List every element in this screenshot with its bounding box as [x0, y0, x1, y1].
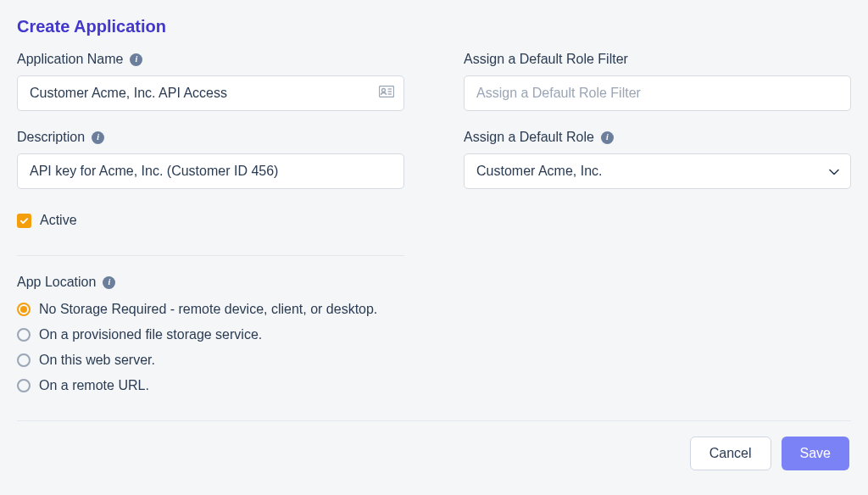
app-location-option-label: On a remote URL.	[39, 378, 149, 393]
app-location-option-label: On a provisioned file storage service.	[39, 327, 262, 342]
active-label: Active	[40, 213, 77, 228]
description-input[interactable]	[17, 153, 404, 189]
application-name-label: Application Name i	[17, 52, 404, 67]
radio-icon[interactable]	[17, 303, 31, 316]
info-icon[interactable]: i	[601, 131, 614, 144]
role-filter-input[interactable]	[464, 75, 851, 111]
application-name-label-text: Application Name	[17, 52, 123, 67]
role-filter-label-text: Assign a Default Role Filter	[464, 52, 628, 67]
description-label-text: Description	[17, 130, 85, 145]
app-location-label-text: App Location	[17, 275, 96, 290]
page-title: Create Application	[17, 17, 851, 36]
app-location-option[interactable]: On a remote URL.	[17, 378, 404, 393]
footer-divider	[17, 420, 851, 421]
app-location-label: App Location i	[17, 275, 404, 290]
radio-icon[interactable]	[17, 328, 31, 342]
cancel-button[interactable]: Cancel	[690, 437, 771, 470]
app-location-option[interactable]: No Storage Required - remote device, cli…	[17, 302, 404, 317]
app-location-option-label: On this web server.	[39, 353, 155, 368]
active-checkbox-row[interactable]: Active	[17, 213, 404, 228]
info-icon[interactable]: i	[130, 53, 142, 66]
radio-icon[interactable]	[17, 379, 31, 392]
form-actions: Cancel Save	[17, 437, 851, 470]
app-location-radio-group: No Storage Required - remote device, cli…	[17, 302, 404, 393]
info-icon[interactable]: i	[92, 131, 104, 144]
app-location-option[interactable]: On a provisioned file storage service.	[17, 327, 404, 342]
default-role-label: Assign a Default Role i	[464, 130, 851, 145]
contact-card-icon	[379, 86, 394, 101]
app-location-option[interactable]: On this web server.	[17, 353, 404, 368]
role-filter-label: Assign a Default Role Filter	[464, 52, 851, 67]
radio-icon[interactable]	[17, 353, 31, 367]
application-name-input[interactable]	[17, 75, 404, 111]
info-icon[interactable]: i	[103, 276, 115, 289]
default-role-label-text: Assign a Default Role	[464, 130, 594, 145]
app-location-option-label: No Storage Required - remote device, cli…	[39, 302, 377, 317]
section-divider	[17, 255, 404, 256]
svg-point-1	[382, 89, 386, 92]
default-role-select[interactable]: Customer Acme, Inc.	[464, 153, 851, 189]
save-button[interactable]: Save	[782, 437, 849, 470]
default-role-selected: Customer Acme, Inc.	[476, 164, 603, 179]
active-checkbox[interactable]	[17, 214, 31, 228]
description-label: Description i	[17, 130, 404, 145]
